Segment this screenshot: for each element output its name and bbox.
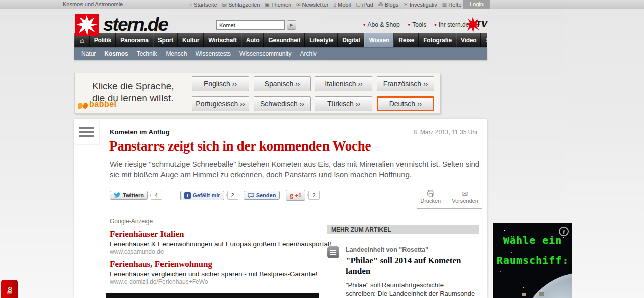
- bookmark-label: Blogs: [385, 2, 399, 8]
- babbel-quote-icon: [78, 103, 83, 109]
- print-label: Drucken: [420, 198, 441, 204]
- lang-button-tuerkisch[interactable]: Türkisch ››: [315, 96, 372, 111]
- menu-tools[interactable]: ▾Tools: [408, 21, 427, 28]
- related-article-item[interactable]: Landeeinheit von "Rosetta" "Philae" soll…: [327, 246, 479, 298]
- chevron-down-icon: ▾: [363, 22, 366, 27]
- article-menu-tab[interactable]: [74, 121, 99, 144]
- nav-panorama[interactable]: Panorama: [116, 33, 153, 47]
- babbel-banner-ad[interactable]: Klicke die Sprache, die du lernen willst…: [74, 73, 440, 114]
- stern-tv-logo[interactable]: TV: [466, 17, 487, 33]
- menu-ihr-stern[interactable]: ▾Ihr stern.de: [434, 21, 469, 28]
- menu-label: Abo & Shop: [368, 21, 400, 28]
- bookmark-hefte[interactable]: ▥Hefte: [442, 2, 462, 8]
- ad-url[interactable]: www.e-domizil.de/Ferienhaus+FeWo: [110, 278, 331, 285]
- subnav-wissenscommunity[interactable]: Wissenscommunity: [239, 50, 291, 57]
- ad-title-link[interactable]: Ferienhäuser Italien: [110, 229, 331, 239]
- article-image-top-edge: [106, 293, 319, 298]
- send-mail-button[interactable]: ✉ Versenden: [452, 190, 478, 204]
- speech-bubble-icon: [248, 193, 254, 198]
- nav-lifestyle[interactable]: Lifestyle: [305, 33, 338, 47]
- article-headline: Panstarrs zeigt sich in der kommenden Wo…: [109, 138, 371, 154]
- spacecraft-graphic: [522, 293, 526, 296]
- subnav-archiv[interactable]: Archiv: [300, 50, 316, 57]
- bookmark-label: iPad: [362, 2, 373, 8]
- search-input[interactable]: [216, 20, 285, 30]
- google-ad[interactable]: Ferienhäuser Italien Ferienhäuser & Feri…: [110, 229, 331, 255]
- ad-title-link[interactable]: Ferienhaus, Ferienwohnung: [110, 259, 331, 269]
- bookmark-newsletter[interactable]: ✉Newsletter: [296, 2, 328, 8]
- subnav-kosmos-active[interactable]: Kosmos: [104, 50, 128, 57]
- twitter-share-button[interactable]: Twittern: [110, 191, 148, 200]
- login-button[interactable]: Login: [463, 0, 490, 9]
- article-card: Kometen im Anflug 8. März 2013, 11:35 Uh…: [74, 119, 487, 298]
- bookmark-schlagzeilen[interactable]: ▤Schlagzeilen: [222, 2, 260, 8]
- nav-kultur[interactable]: Kultur: [178, 33, 204, 47]
- nav-sport[interactable]: Sport: [153, 33, 178, 47]
- stern-logo[interactable]: [75, 14, 99, 36]
- subnav-technik[interactable]: Technik: [137, 50, 157, 57]
- nav-wissen-active[interactable]: Wissen: [364, 33, 394, 47]
- lang-button-franzoesisch[interactable]: Französisch ››: [377, 76, 434, 91]
- plus-one-label: +1: [295, 192, 302, 198]
- babbel-quote-icon: [83, 102, 88, 109]
- menu-abo-shop[interactable]: ▾Abo & Shop: [363, 21, 400, 28]
- bookmark-mobil[interactable]: ▯Mobil: [334, 2, 351, 8]
- related-title-link[interactable]: "Philae" soll 2014 auf Kometen landen: [346, 255, 475, 276]
- topics-icon: ▣: [265, 2, 269, 7]
- planet-graphic: [519, 272, 572, 298]
- ad-url[interactable]: www.casamundo.de: [110, 248, 331, 255]
- bookmark-startseite[interactable]: ⌂Startseite: [189, 2, 217, 8]
- twitter-label: Twittern: [123, 192, 144, 198]
- mobile-icon: ▯: [334, 2, 337, 7]
- stars-decoration: [493, 223, 494, 224]
- nav-wirtschaft[interactable]: Wirtschaft: [204, 33, 242, 47]
- recommend-page-side-tab[interactable]: ite: [1, 280, 18, 298]
- print-button[interactable]: Drucken: [420, 190, 441, 204]
- twitter-bird-icon: [114, 192, 121, 198]
- lang-button-portugiesisch[interactable]: Portugiesisch ››: [192, 96, 249, 111]
- related-articles-box: MEHR ZUM ARTIKEL Landeeinheit von "Roset…: [327, 225, 479, 298]
- chevron-down-icon: ▾: [408, 22, 411, 27]
- spaceship-display-ad[interactable]: Wähle ein Raumschiff: i: [493, 223, 572, 298]
- ad-info-icon[interactable]: i: [559, 227, 569, 236]
- bookmark-blogs[interactable]: ⁂Blogs: [378, 2, 399, 8]
- nav-spiele[interactable]: Spiele: [481, 33, 487, 47]
- lang-button-deutsch-highlighted[interactable]: Deutsch ››: [377, 96, 434, 111]
- mail-label: Versenden: [452, 198, 478, 204]
- booklet-icon: ▥: [442, 2, 447, 7]
- lang-button-italienisch[interactable]: Italienisch ››: [315, 76, 372, 91]
- subnav-natur[interactable]: Natur: [81, 50, 96, 57]
- page-tab-title: Kosmos und Astronomie: [63, 1, 123, 7]
- twitter-count: 4: [151, 191, 162, 200]
- nav-gesundheit[interactable]: Gesundheit: [264, 33, 305, 47]
- nav-digital[interactable]: Digital: [338, 33, 364, 47]
- facebook-send-button[interactable]: Senden: [244, 191, 280, 200]
- lang-button-schwedisch[interactable]: Schwedisch ››: [254, 96, 311, 111]
- facebook-like-button[interactable]: f Gefällt mir: [180, 191, 224, 200]
- subnav-mensch[interactable]: Mensch: [166, 50, 187, 57]
- nav-fotografie[interactable]: Fotografie: [419, 33, 456, 47]
- bookmark-ipad[interactable]: ▢iPad: [356, 2, 373, 8]
- babbel-wordmark: babbel: [89, 100, 117, 109]
- article-list-icon: [327, 246, 339, 258]
- lang-button-englisch[interactable]: Englisch ››: [192, 76, 249, 91]
- subnav-wissenstests[interactable]: Wissenstests: [195, 50, 231, 57]
- nav-auto[interactable]: Auto: [242, 33, 264, 47]
- browser-bookmark-bar: Kosmos und Astronomie ⌂Startseite ▤Schla…: [0, 0, 644, 9]
- nav-reise[interactable]: Reise: [394, 33, 419, 47]
- google-ad[interactable]: Ferienhaus, Ferienwohnung Ferienhäuser v…: [110, 259, 331, 285]
- spacecraft-graphic: [539, 292, 544, 296]
- bookmark-themen[interactable]: ▣Themen: [265, 2, 291, 8]
- bookmark-investigativ[interactable]: ✂Investigativ: [404, 2, 437, 8]
- ad-text-line2: Raumschiff:: [493, 254, 572, 266]
- bookmark-label: Themen: [271, 2, 291, 8]
- google-plus-one-button[interactable]: g +1: [286, 190, 305, 201]
- lang-button-spanisch[interactable]: Spanisch ››: [254, 76, 311, 91]
- brand-wordmark[interactable]: stern.de: [103, 14, 168, 35]
- nav-video[interactable]: Video: [456, 33, 481, 47]
- bookmark-label: Schlagzeilen: [228, 2, 260, 8]
- article-intro: Wie riesige "schmutzige Schneebälle" bes…: [110, 159, 481, 180]
- bookmark-label: Investigativ: [410, 2, 437, 8]
- bookmark-label: Startseite: [194, 2, 217, 8]
- search-submit-button[interactable]: ▶: [287, 20, 296, 30]
